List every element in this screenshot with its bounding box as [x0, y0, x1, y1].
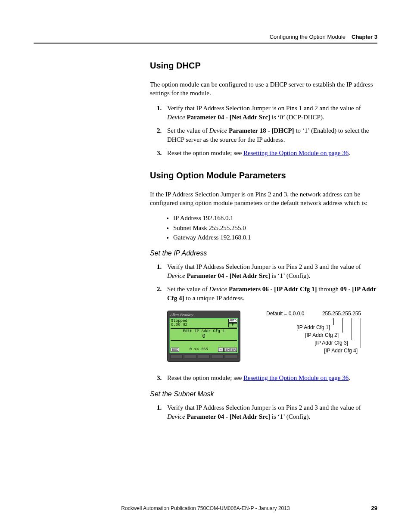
him-auto: AUTO [228, 319, 237, 323]
page-number: 29 [371, 505, 377, 511]
heading-using-params: Using Option Module Parameters [150, 171, 377, 180]
subnet-steps: Verify that IP Address Selection Jumper … [150, 403, 377, 421]
params-intro: If the IP Address Selection Jumper is on… [150, 190, 377, 208]
ip-diagram: Default = 0.0.0.0 255.255.255.255 [IP Ad… [266, 311, 361, 367]
ip-cfg4: [IP Addr Cfg 4] [324, 348, 358, 354]
him-freq: 0.00 Hz [171, 323, 227, 327]
him-esc: ESC [171, 348, 179, 352]
default-ip: IP Address 192.168.0.1 [173, 213, 377, 223]
ip-max: 255.255.255.255 [322, 311, 361, 317]
defaults-list: IP Address 192.168.0.1 Subnet Mask 255.2… [150, 213, 377, 243]
chapter-label: Chapter 3 [352, 34, 377, 40]
him-zero: 0 [171, 334, 236, 339]
him-screen: Stopped 0.00 Hz AUTO F Edit IP Addr Cfg … [169, 318, 238, 353]
subnet-step-1: Verify that IP Address Selection Jumper … [167, 403, 377, 421]
setip-steps-cont: Reset the option module; see Resetting t… [150, 373, 377, 383]
him-range: 0 << 255 [179, 348, 218, 352]
figure-row: Allen-Bradley Stopped 0.00 Hz AUTO F E [167, 311, 377, 367]
him-enter: ENTER [224, 348, 237, 352]
dhcp-intro: The option module can be configured to u… [150, 80, 377, 98]
him-keys [169, 355, 238, 360]
running-header: Configuring the Option Module Chapter 3 [34, 34, 377, 44]
ip-default: Default = 0.0.0.0 [266, 311, 304, 317]
heading-using-dhcp: Using DHCP [150, 61, 377, 71]
ip-cfg1: [IP Addr Cfg 1] [296, 324, 330, 330]
setip-steps: Verify that IP Address Selection Jumper … [150, 262, 377, 303]
dhcp-step-2: Set the value of Device Parameter 18 - [… [167, 126, 377, 144]
him-device: Allen-Bradley Stopped 0.00 Hz AUTO F E [167, 311, 240, 362]
heading-set-ip: Set the IP Address [150, 249, 377, 257]
setip-step-1: Verify that IP Address Selection Jumper … [167, 262, 377, 280]
him-arrow: ← [218, 348, 224, 352]
default-gateway: Gateway Address 192.168.0.1 [173, 233, 377, 243]
link-reset-2[interactable]: Resetting the Option Module on page 36 [243, 374, 349, 381]
him-brand: Allen-Bradley [169, 313, 238, 318]
setip-step-3: Reset the option module; see Resetting t… [167, 373, 377, 383]
setip-step-2: Set the value of Device Parameters 06 - … [167, 285, 377, 303]
link-reset-1[interactable]: Resetting the Option Module on page 36 [243, 149, 349, 156]
ip-cfg2: [IP Addr Cfg 2] [305, 332, 339, 338]
ip-cfg3: [IP Addr Cfg 3] [314, 340, 348, 346]
heading-set-subnet: Set the Subnet Mask [150, 390, 377, 398]
chapter-title: Configuring the Option Module [270, 34, 346, 40]
default-subnet: Subnet Mask 255.255.255.0 [173, 223, 377, 233]
dhcp-step-3: Reset the option module; see Resetting t… [167, 149, 377, 158]
footer-pub: Rockwell Automation Publication 750COM-U… [0, 505, 411, 511]
him-fg: F [228, 323, 237, 327]
dhcp-steps: Verify that IP Address Selection Jumper … [150, 104, 377, 158]
dhcp-step-1: Verify that IP Address Selection Jumper … [167, 104, 377, 122]
